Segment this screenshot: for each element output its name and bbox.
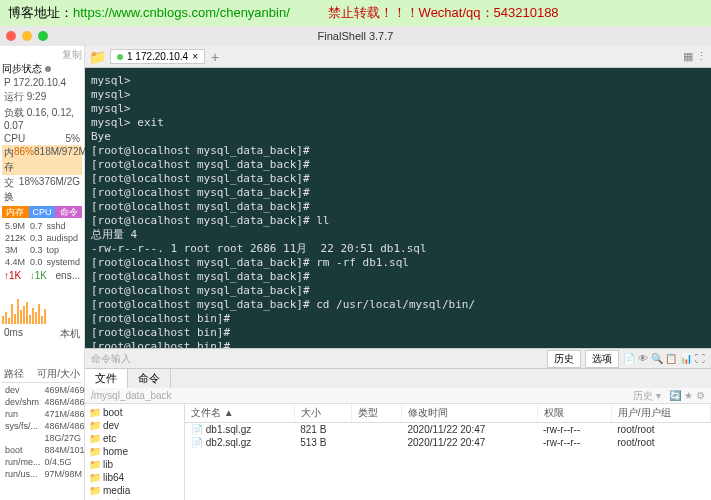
file-list[interactable]: 文件名 ▲大小类型修改时间权限用户/用户组 📄 db1.sql.gz821 B2… [185,404,711,500]
maximize-icon[interactable] [38,31,48,41]
latency-chart [2,344,82,364]
traffic-lights[interactable] [6,31,48,41]
options-button[interactable]: 选项 [585,350,619,368]
grid-icon[interactable]: ▦ ⋮ [683,50,707,63]
window-title: FinalShell 3.7.7 [318,30,394,42]
window-titlebar: FinalShell 3.7.7 [0,26,711,46]
tab-commands[interactable]: 命令 [128,369,171,388]
bottom-tabs: 文件 命令 [85,368,711,388]
session-tab[interactable]: 1 172.20.10.4× [110,49,205,64]
tab-files[interactable]: 文件 [85,369,128,388]
folder-tree[interactable]: 📁boot📁dev📁etc📁home📁lib📁lib64📁media📁mnt📁m… [85,404,185,500]
history-button[interactable]: 历史 [547,350,581,368]
add-tab-button[interactable]: + [211,49,219,65]
session-tabbar: 📁 1 172.20.10.4× + ▦ ⋮ [85,46,711,68]
folder-icon[interactable]: 📁 [89,49,106,65]
command-input[interactable]: 命令输入 [91,352,131,366]
minimize-icon[interactable] [22,31,32,41]
watermark-banner: 博客地址：https://www.cnblogs.com/chenyanbin/… [0,0,711,26]
stats-sidebar: 复制 同步状态 P 172.20.10.4 运行 9:29 负载 0.16, 0… [0,46,85,500]
path-bar[interactable]: /mysql_data_back 历史 ▾ 🔄 ★ ⚙ [85,388,711,404]
table-row[interactable]: 📄 db2.sql.gz513 B2020/11/22 20:47-rw-r--… [185,436,711,449]
terminal[interactable]: mysql> mysql> mysql> mysql> exit Bye [ro… [85,68,711,348]
copy-button[interactable]: 复制 [2,48,82,62]
process-table: 5.9M0.7sshd 212K0.3audispd 3M0.3top 4.4M… [2,219,83,269]
network-chart [2,284,82,324]
table-row[interactable]: 📄 db1.sql.gz821 B2020/11/22 20:47-rw-r--… [185,423,711,437]
toolbar-icons[interactable]: 📄 👁 🔍 📋 📊 ⛶ [623,353,705,364]
close-icon[interactable] [6,31,16,41]
